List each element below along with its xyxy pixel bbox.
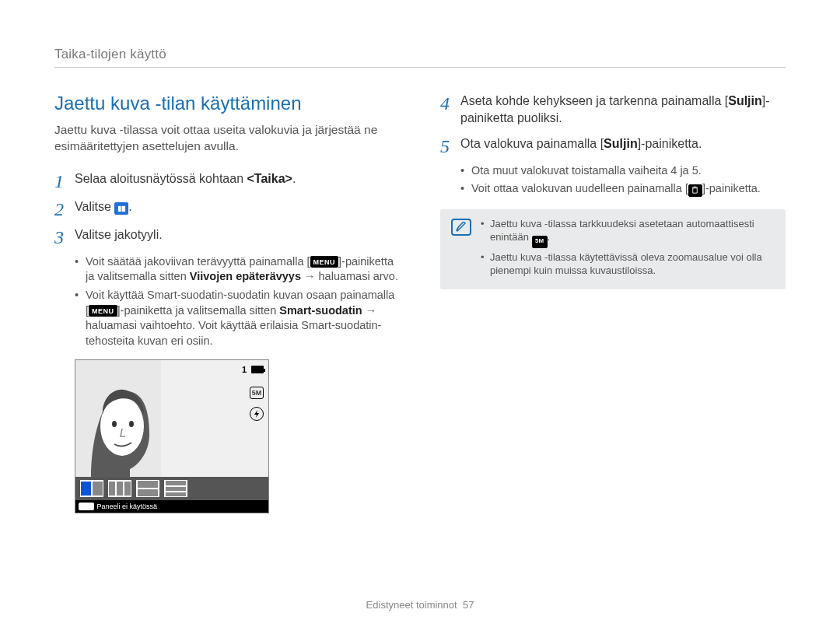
- portrait-illustration: [75, 360, 161, 477]
- step-number: 2: [54, 200, 75, 219]
- step-1: 1 Selaa aloitusnäytössä kohtaan <Taika>.: [54, 170, 400, 191]
- step-5-bullets: Ota muut valokuvat toistamalla vaiheita …: [460, 163, 786, 197]
- resolution-icon: 5M: [532, 236, 548, 248]
- svg-rect-1: [121, 206, 125, 212]
- step-body: Selaa aloitusnäytössä kohtaan <Taika>.: [75, 170, 296, 187]
- step-number: 5: [440, 137, 460, 156]
- menu-icon: MENU: [310, 256, 339, 268]
- trash-icon: [688, 184, 702, 197]
- svg-rect-0: [118, 206, 121, 212]
- split-shot-mode-icon: [114, 202, 128, 215]
- step-body: Aseta kohde kehykseen ja tarkenna painam…: [460, 93, 786, 128]
- step-body: Ota valokuva painamalla [Suljin]-painike…: [460, 135, 702, 152]
- layout-2col: [80, 480, 103, 497]
- intro-text: Jaettu kuva -tilassa voit ottaa useita v…: [54, 122, 400, 155]
- flash-icon: [250, 407, 264, 421]
- layout-options: [75, 477, 268, 500]
- caption-bar: OK Paneeli ei käytössä: [75, 500, 268, 513]
- steps-list-right: 4 Aseta kohde kehykseen ja tarkenna pain…: [440, 93, 786, 156]
- layout-3row: [164, 480, 187, 497]
- menu-icon: MENU: [89, 305, 117, 317]
- step-body: Valitse .: [75, 198, 132, 215]
- footer-label: Edistyneet toiminnot: [366, 599, 457, 611]
- step-number: 4: [440, 94, 460, 113]
- section-title: Jaettu kuva -tilan käyttäminen: [54, 93, 400, 114]
- footer-page: 57: [463, 599, 474, 611]
- ok-badge: OK: [79, 503, 94, 510]
- battery-icon: [251, 366, 264, 373]
- caption-text: Paneeli ei käytössä: [97, 503, 158, 510]
- svg-point-8: [129, 421, 134, 427]
- step-3: 3 Valitse jakotyyli.: [54, 226, 400, 247]
- page-footer: Edistyneet toiminnot 57: [0, 599, 840, 611]
- step-5: 5 Ota valokuva painamalla [Suljin]-paini…: [440, 135, 786, 156]
- step-number: 1: [54, 172, 75, 191]
- layout-2row: [136, 480, 159, 497]
- shot-count: 1: [242, 365, 247, 374]
- viewfinder: 1 5M: [75, 360, 268, 477]
- divider: [54, 67, 786, 68]
- step-number: 3: [54, 228, 75, 247]
- right-column: 4 Aseta kohde kehykseen ja tarkenna pain…: [440, 93, 786, 513]
- steps-list-left: 1 Selaa aloitusnäytössä kohtaan <Taika>.…: [54, 170, 400, 247]
- step-2: 2 Valitse .: [54, 198, 400, 219]
- side-icons: 5M: [250, 387, 264, 421]
- list-item: Ota muut valokuvat toistamalla vaiheita …: [460, 163, 786, 179]
- content-columns: Jaettu kuva -tilan käyttäminen Jaettu ku…: [54, 93, 786, 513]
- list-item: Voit käyttää Smart-suodatin-suodatin kuv…: [75, 288, 400, 349]
- list-item: Jaettu kuva -tilassa käytettävissä oleva…: [481, 250, 775, 278]
- layout-3col: [108, 480, 131, 497]
- step-body: Valitse jakotyyli.: [75, 226, 163, 243]
- list-item: Jaettu kuva -tilassa tarkkuudeksi asetet…: [481, 217, 775, 248]
- page: Taika-tilojen käyttö Jaettu kuva -tilan …: [0, 0, 840, 634]
- resolution-icon: 5M: [250, 387, 264, 399]
- note-list: Jaettu kuva -tilassa tarkkuudeksi asetet…: [481, 217, 775, 280]
- svg-point-7: [112, 421, 117, 427]
- list-item: Voit ottaa valokuvan uudelleen painamall…: [460, 181, 786, 197]
- step-4: 4 Aseta kohde kehykseen ja tarkenna pain…: [440, 93, 786, 128]
- camera-screen: 1 5M: [75, 359, 269, 513]
- list-item: Voit säätää jakoviivan terävyyttä painam…: [75, 254, 400, 285]
- breadcrumb: Taika-tilojen käyttö: [54, 47, 786, 62]
- left-column: Jaettu kuva -tilan käyttäminen Jaettu ku…: [54, 93, 400, 513]
- status-top-right: 1: [242, 365, 264, 374]
- step-3-bullets: Voit säätää jakoviivan terävyyttä painam…: [75, 254, 400, 349]
- note-box: Jaettu kuva -tilassa tarkkuudeksi asetet…: [440, 209, 786, 289]
- note-icon: [451, 219, 471, 236]
- svg-marker-4: [254, 410, 259, 418]
